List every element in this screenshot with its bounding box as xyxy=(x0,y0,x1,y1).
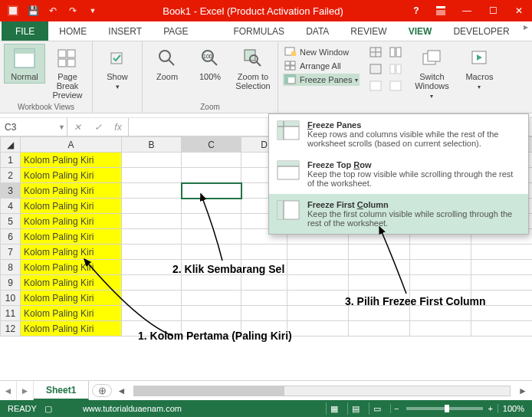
cell[interactable]: Kolom Paling Kiri xyxy=(21,153,122,168)
cell[interactable] xyxy=(122,291,182,306)
freeze-panes-option[interactable]: Freeze PanesKeep rows and columns visibl… xyxy=(269,114,528,154)
zoom-selection-button[interactable]: Zoom to Selection xyxy=(233,44,273,92)
cell[interactable]: Kolom Paling Kiri xyxy=(21,260,122,275)
select-all-button[interactable]: ◢ xyxy=(1,137,21,153)
cell[interactable] xyxy=(182,183,241,199)
cell[interactable]: Kolom Paling Kiri xyxy=(21,245,122,260)
col-header-c[interactable]: C xyxy=(182,137,241,153)
normal-view-button[interactable]: Normal xyxy=(5,44,44,83)
row-header[interactable]: 10 xyxy=(1,291,21,306)
cell[interactable] xyxy=(182,291,241,306)
tab-formulas[interactable]: FORMULAS xyxy=(222,21,295,41)
cell[interactable] xyxy=(182,199,241,214)
tab-pagelayout[interactable]: PAGE LAYOUT xyxy=(153,21,222,41)
cancel-formula-icon[interactable]: ✕ xyxy=(74,122,81,133)
row-header[interactable]: 11 xyxy=(1,306,21,321)
row-header[interactable]: 5 xyxy=(1,214,21,229)
unhide-icon[interactable] xyxy=(367,78,384,94)
zoom-100-button[interactable]: 100 100% xyxy=(190,44,230,83)
row-header[interactable]: 12 xyxy=(1,321,21,337)
scroll-left-icon[interactable]: ◄ xyxy=(115,386,127,396)
cell[interactable]: Kolom Paling Kiri xyxy=(21,275,122,291)
zoom-button[interactable]: Zoom xyxy=(147,44,187,83)
scroll-thumb[interactable] xyxy=(134,386,284,396)
row-header[interactable]: 2 xyxy=(1,168,21,183)
zoom-slider[interactable] xyxy=(406,407,483,410)
row-header[interactable]: 4 xyxy=(1,199,21,214)
cell[interactable] xyxy=(122,214,182,229)
arrange-all-button[interactable]: Arrange All xyxy=(283,60,360,72)
scroll-right-icon[interactable]: ► xyxy=(517,386,529,396)
ribbon-options-icon[interactable] xyxy=(428,0,454,21)
namebox-dropdown-icon[interactable]: ▼ xyxy=(58,123,65,131)
qat-customize-icon[interactable]: ▼ xyxy=(84,2,101,19)
fx-icon[interactable]: fx xyxy=(114,122,121,133)
cell[interactable]: Kolom Paling Kiri xyxy=(21,214,122,229)
freeze-first-column-option[interactable]: Freeze First ColumnKeep the first column… xyxy=(269,194,528,234)
sync-scroll-icon[interactable] xyxy=(387,61,404,77)
minimize-icon[interactable]: — xyxy=(454,0,480,21)
cell[interactable]: Kolom Paling Kiri xyxy=(21,183,122,199)
cell[interactable] xyxy=(182,260,241,275)
cell[interactable] xyxy=(241,306,287,321)
macro-record-icon[interactable]: ▢ xyxy=(44,404,52,414)
cell[interactable] xyxy=(241,291,287,306)
cell[interactable] xyxy=(182,275,241,291)
zoom-level[interactable]: 100% xyxy=(498,404,524,413)
row-header[interactable]: 8 xyxy=(1,260,21,275)
tab-data[interactable]: DATA xyxy=(295,21,340,41)
cell[interactable] xyxy=(182,214,241,229)
cell[interactable]: Kolom Paling Kiri xyxy=(21,229,122,245)
cell[interactable] xyxy=(182,245,241,260)
cell[interactable] xyxy=(122,306,182,321)
cell[interactable] xyxy=(182,168,241,183)
cell[interactable]: Kolom Paling Kiri xyxy=(21,306,122,321)
cell[interactable] xyxy=(241,245,287,260)
cell[interactable] xyxy=(241,275,287,291)
cell[interactable] xyxy=(241,321,287,337)
cell[interactable] xyxy=(182,321,241,337)
hide-icon[interactable] xyxy=(367,61,384,77)
freeze-top-row-option[interactable]: Freeze Top RowKeep the top row visible w… xyxy=(269,154,528,194)
row-header[interactable]: 7 xyxy=(1,245,21,260)
cell[interactable] xyxy=(122,321,182,337)
name-box[interactable]: C3▼ xyxy=(0,118,67,136)
macros-button[interactable]: Macros▾ xyxy=(459,44,499,94)
save-icon[interactable]: 💾 xyxy=(25,2,41,19)
tab-home[interactable]: HOME xyxy=(48,21,97,41)
cell[interactable] xyxy=(122,275,182,291)
zoom-in-button[interactable]: + xyxy=(488,404,492,413)
undo-icon[interactable]: ↶ xyxy=(44,2,61,19)
row-header[interactable]: 3 xyxy=(1,183,21,199)
horizontal-scrollbar[interactable]: ◄ ► xyxy=(115,381,532,400)
col-header-a[interactable]: A xyxy=(21,137,122,153)
pagebreak-view-statusbtn[interactable]: ▭ xyxy=(369,402,386,415)
cell[interactable]: Kolom Paling Kiri xyxy=(21,168,122,183)
tab-review[interactable]: REVIEW xyxy=(340,21,397,41)
reset-pos-icon[interactable] xyxy=(387,78,404,94)
cell[interactable] xyxy=(241,260,287,275)
sheet-nav-prev-icon[interactable]: ◄ xyxy=(0,381,17,400)
view-side-icon[interactable] xyxy=(387,44,404,60)
cell[interactable] xyxy=(122,199,182,214)
cell[interactable] xyxy=(122,183,182,199)
help-icon[interactable]: ? xyxy=(405,5,428,16)
tab-insert[interactable]: INSERT xyxy=(97,21,153,41)
switch-windows-button[interactable]: Switch Windows ▾ xyxy=(412,44,452,103)
cell[interactable]: Kolom Paling Kiri xyxy=(21,199,122,214)
cell[interactable]: Kolom Paling Kiri xyxy=(21,321,122,337)
maximize-icon[interactable]: ☐ xyxy=(480,0,506,21)
sheet-nav-next-icon[interactable]: ► xyxy=(17,381,34,400)
zoom-out-button[interactable]: − xyxy=(390,404,402,413)
cell[interactable] xyxy=(122,245,182,260)
split-icon[interactable] xyxy=(367,44,384,60)
row-header[interactable]: 9 xyxy=(1,275,21,291)
sheet-tab[interactable]: Sheet1 xyxy=(34,381,89,400)
enter-formula-icon[interactable]: ✓ xyxy=(94,122,102,133)
redo-icon[interactable]: ↷ xyxy=(64,2,81,19)
tab-developer[interactable]: DEVELOPER xyxy=(442,21,520,41)
cell[interactable] xyxy=(182,229,241,245)
cell[interactable]: Kolom Paling Kiri xyxy=(21,291,122,306)
pagebreak-button[interactable]: Page Break Preview xyxy=(48,44,87,101)
cell[interactable] xyxy=(122,168,182,183)
